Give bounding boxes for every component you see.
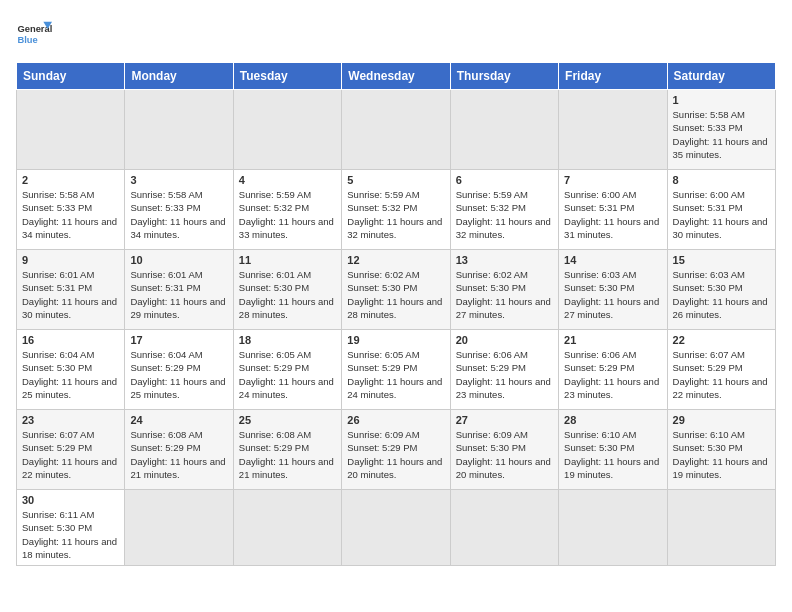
col-header-wednesday: Wednesday [342,63,450,90]
day-info: Sunrise: 6:11 AMSunset: 5:30 PMDaylight:… [22,508,119,561]
day-info: Sunrise: 6:00 AMSunset: 5:31 PMDaylight:… [673,188,770,241]
calendar-cell: 22Sunrise: 6:07 AMSunset: 5:29 PMDayligh… [667,330,775,410]
day-info: Sunrise: 5:58 AMSunset: 5:33 PMDaylight:… [130,188,227,241]
svg-text:Blue: Blue [17,35,37,45]
calendar-cell: 24Sunrise: 6:08 AMSunset: 5:29 PMDayligh… [125,410,233,490]
col-header-friday: Friday [559,63,667,90]
day-number: 7 [564,174,661,186]
calendar-cell: 20Sunrise: 6:06 AMSunset: 5:29 PMDayligh… [450,330,558,410]
calendar-cell [342,90,450,170]
day-number: 26 [347,414,444,426]
day-number: 18 [239,334,336,346]
day-info: Sunrise: 6:00 AMSunset: 5:31 PMDaylight:… [564,188,661,241]
col-header-tuesday: Tuesday [233,63,341,90]
day-number: 19 [347,334,444,346]
day-info: Sunrise: 6:01 AMSunset: 5:30 PMDaylight:… [239,268,336,321]
day-number: 11 [239,254,336,266]
calendar-cell: 19Sunrise: 6:05 AMSunset: 5:29 PMDayligh… [342,330,450,410]
day-info: Sunrise: 5:59 AMSunset: 5:32 PMDaylight:… [347,188,444,241]
general-blue-logo-icon: General Blue [16,16,52,52]
calendar-cell: 3Sunrise: 5:58 AMSunset: 5:33 PMDaylight… [125,170,233,250]
calendar-cell: 18Sunrise: 6:05 AMSunset: 5:29 PMDayligh… [233,330,341,410]
calendar-cell [125,490,233,566]
calendar-cell: 21Sunrise: 6:06 AMSunset: 5:29 PMDayligh… [559,330,667,410]
calendar-cell: 17Sunrise: 6:04 AMSunset: 5:29 PMDayligh… [125,330,233,410]
calendar-week-row: 9Sunrise: 6:01 AMSunset: 5:31 PMDaylight… [17,250,776,330]
calendar-cell: 29Sunrise: 6:10 AMSunset: 5:30 PMDayligh… [667,410,775,490]
day-info: Sunrise: 6:10 AMSunset: 5:30 PMDaylight:… [564,428,661,481]
day-number: 2 [22,174,119,186]
calendar-cell: 14Sunrise: 6:03 AMSunset: 5:30 PMDayligh… [559,250,667,330]
day-info: Sunrise: 6:06 AMSunset: 5:29 PMDaylight:… [456,348,553,401]
calendar-cell: 30Sunrise: 6:11 AMSunset: 5:30 PMDayligh… [17,490,125,566]
calendar-week-row: 30Sunrise: 6:11 AMSunset: 5:30 PMDayligh… [17,490,776,566]
calendar-cell: 13Sunrise: 6:02 AMSunset: 5:30 PMDayligh… [450,250,558,330]
calendar-cell [342,490,450,566]
calendar-cell [559,490,667,566]
day-number: 8 [673,174,770,186]
day-info: Sunrise: 5:59 AMSunset: 5:32 PMDaylight:… [456,188,553,241]
day-info: Sunrise: 5:59 AMSunset: 5:32 PMDaylight:… [239,188,336,241]
calendar-cell [125,90,233,170]
calendar-header-row: SundayMondayTuesdayWednesdayThursdayFrid… [17,63,776,90]
calendar-week-row: 2Sunrise: 5:58 AMSunset: 5:33 PMDaylight… [17,170,776,250]
calendar-cell: 2Sunrise: 5:58 AMSunset: 5:33 PMDaylight… [17,170,125,250]
day-number: 5 [347,174,444,186]
calendar-cell: 9Sunrise: 6:01 AMSunset: 5:31 PMDaylight… [17,250,125,330]
day-info: Sunrise: 6:01 AMSunset: 5:31 PMDaylight:… [130,268,227,321]
calendar-cell: 5Sunrise: 5:59 AMSunset: 5:32 PMDaylight… [342,170,450,250]
day-number: 21 [564,334,661,346]
calendar-cell: 26Sunrise: 6:09 AMSunset: 5:29 PMDayligh… [342,410,450,490]
calendar-cell [233,490,341,566]
day-info: Sunrise: 6:08 AMSunset: 5:29 PMDaylight:… [239,428,336,481]
calendar-week-row: 23Sunrise: 6:07 AMSunset: 5:29 PMDayligh… [17,410,776,490]
col-header-sunday: Sunday [17,63,125,90]
calendar-cell [450,490,558,566]
day-number: 15 [673,254,770,266]
calendar-cell: 11Sunrise: 6:01 AMSunset: 5:30 PMDayligh… [233,250,341,330]
calendar-cell [17,90,125,170]
day-info: Sunrise: 6:04 AMSunset: 5:29 PMDaylight:… [130,348,227,401]
day-number: 24 [130,414,227,426]
day-number: 12 [347,254,444,266]
day-info: Sunrise: 6:01 AMSunset: 5:31 PMDaylight:… [22,268,119,321]
day-info: Sunrise: 5:58 AMSunset: 5:33 PMDaylight:… [22,188,119,241]
calendar-cell: 4Sunrise: 5:59 AMSunset: 5:32 PMDaylight… [233,170,341,250]
day-number: 27 [456,414,553,426]
day-info: Sunrise: 6:02 AMSunset: 5:30 PMDaylight:… [347,268,444,321]
day-number: 6 [456,174,553,186]
day-number: 29 [673,414,770,426]
calendar-cell: 23Sunrise: 6:07 AMSunset: 5:29 PMDayligh… [17,410,125,490]
calendar-week-row: 16Sunrise: 6:04 AMSunset: 5:30 PMDayligh… [17,330,776,410]
day-number: 10 [130,254,227,266]
day-info: Sunrise: 6:05 AMSunset: 5:29 PMDaylight:… [347,348,444,401]
calendar-cell [559,90,667,170]
day-info: Sunrise: 6:08 AMSunset: 5:29 PMDaylight:… [130,428,227,481]
day-info: Sunrise: 6:05 AMSunset: 5:29 PMDaylight:… [239,348,336,401]
calendar-cell: 1Sunrise: 5:58 AMSunset: 5:33 PMDaylight… [667,90,775,170]
calendar-cell: 15Sunrise: 6:03 AMSunset: 5:30 PMDayligh… [667,250,775,330]
calendar-cell: 12Sunrise: 6:02 AMSunset: 5:30 PMDayligh… [342,250,450,330]
day-info: Sunrise: 6:02 AMSunset: 5:30 PMDaylight:… [456,268,553,321]
day-number: 17 [130,334,227,346]
day-info: Sunrise: 6:10 AMSunset: 5:30 PMDaylight:… [673,428,770,481]
calendar-cell: 28Sunrise: 6:10 AMSunset: 5:30 PMDayligh… [559,410,667,490]
day-number: 14 [564,254,661,266]
day-number: 16 [22,334,119,346]
day-info: Sunrise: 5:58 AMSunset: 5:33 PMDaylight:… [673,108,770,161]
col-header-monday: Monday [125,63,233,90]
page-header: General Blue [16,16,776,52]
day-info: Sunrise: 6:03 AMSunset: 5:30 PMDaylight:… [673,268,770,321]
day-info: Sunrise: 6:09 AMSunset: 5:29 PMDaylight:… [347,428,444,481]
day-info: Sunrise: 6:09 AMSunset: 5:30 PMDaylight:… [456,428,553,481]
calendar-cell: 27Sunrise: 6:09 AMSunset: 5:30 PMDayligh… [450,410,558,490]
day-number: 3 [130,174,227,186]
day-info: Sunrise: 6:06 AMSunset: 5:29 PMDaylight:… [564,348,661,401]
day-number: 28 [564,414,661,426]
logo: General Blue [16,16,52,52]
calendar-cell: 10Sunrise: 6:01 AMSunset: 5:31 PMDayligh… [125,250,233,330]
col-header-saturday: Saturday [667,63,775,90]
day-number: 30 [22,494,119,506]
calendar-cell: 7Sunrise: 6:00 AMSunset: 5:31 PMDaylight… [559,170,667,250]
day-info: Sunrise: 6:07 AMSunset: 5:29 PMDaylight:… [673,348,770,401]
